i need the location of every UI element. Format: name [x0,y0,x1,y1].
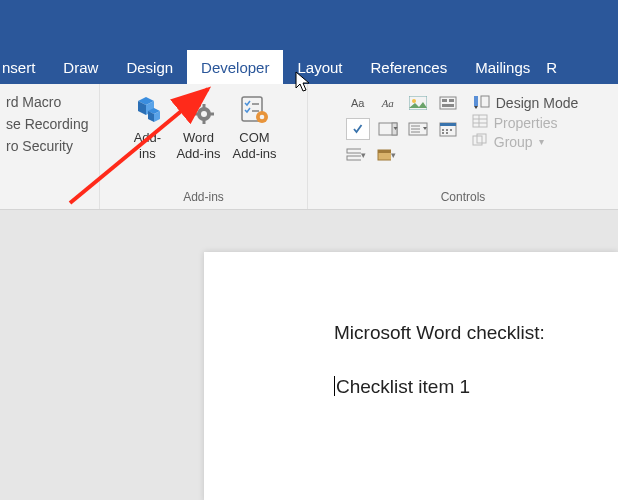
record-macro-button[interactable]: rd Macro [6,94,61,110]
pause-recording-button[interactable]: se Recording [6,116,89,132]
svg-rect-46 [378,150,391,153]
ribbon-tabs: nsert Draw Design Developer Layout Refer… [0,50,618,84]
dropdown-control[interactable] [406,118,430,140]
group-button[interactable]: Group ▾ [472,133,579,150]
svg-rect-49 [481,96,489,107]
svg-rect-13 [197,104,201,107]
rich-text-control[interactable]: Aa [346,92,370,114]
svg-rect-12 [183,104,187,107]
tab-mailings[interactable]: Mailings [461,50,544,84]
controls-gallery: Aa Aa ▾ ▾ [342,88,466,172]
properties-icon [472,114,488,131]
tab-references[interactable]: References [357,50,462,84]
svg-rect-39 [446,129,448,131]
group-icon [472,133,488,150]
svg-marker-48 [474,106,478,109]
svg-rect-44 [347,156,361,160]
com-addins-button[interactable]: COM Add-ins [227,88,283,161]
svg-point-24 [412,99,416,103]
checklist-gear-icon [239,92,271,128]
svg-rect-38 [442,129,444,131]
doc-line-2[interactable]: Checklist item 1 [334,376,570,398]
gears-icon [182,92,214,128]
tab-insert[interactable]: nsert [0,50,49,84]
tab-design[interactable]: Design [112,50,187,84]
legacy-tools-control[interactable]: ▾ [376,144,400,166]
document-area: Microsoft Word checklist: Checklist item… [0,210,618,500]
svg-rect-27 [449,99,454,102]
svg-rect-40 [450,129,452,131]
repeating-section-control[interactable]: ▾ [346,144,370,166]
svg-rect-16 [194,113,198,116]
design-mode-icon [472,93,490,112]
svg-rect-10 [191,96,194,100]
addins-icon [130,92,164,128]
plain-text-control[interactable]: Aa [376,92,400,114]
tab-layout[interactable]: Layout [283,50,356,84]
svg-rect-11 [191,110,194,114]
addins-button[interactable]: Add- ins [124,88,170,161]
svg-rect-43 [347,149,361,153]
svg-rect-14 [203,104,206,108]
svg-rect-17 [210,113,214,116]
datepicker-control[interactable] [436,118,460,140]
building-block-control[interactable] [436,92,460,114]
doc-line-1[interactable]: Microsoft Word checklist: [334,322,570,344]
svg-rect-50 [473,115,487,127]
picture-control[interactable] [406,92,430,114]
title-bar [0,0,618,50]
controls-group-label: Controls [441,190,486,207]
tab-draw[interactable]: Draw [49,50,112,84]
ribbon: rd Macro se Recording ro Security Add- i… [0,84,618,210]
word-addins-button[interactable]: Word Add-ins [170,88,226,161]
svg-point-9 [201,111,207,117]
svg-point-7 [190,103,195,108]
code-group-items: rd Macro se Recording ro Security [6,88,89,154]
design-mode-button[interactable]: Design Mode [472,93,579,112]
document-page[interactable]: Microsoft Word checklist: Checklist item… [204,252,618,500]
svg-rect-41 [442,132,444,134]
svg-rect-28 [442,104,454,107]
svg-rect-36 [440,123,456,126]
macro-security-button[interactable]: ro Security [6,138,73,154]
checkbox-control[interactable] [346,118,370,140]
properties-button[interactable]: Properties [472,114,579,131]
svg-rect-42 [446,132,448,134]
svg-rect-25 [440,97,456,109]
svg-marker-47 [474,96,478,106]
svg-rect-26 [442,99,447,102]
svg-point-22 [259,115,264,120]
tab-developer[interactable]: Developer [187,50,283,84]
svg-rect-30 [392,123,397,135]
addins-group-label: Add-ins [183,190,224,207]
tab-review[interactable]: R [544,50,571,84]
combobox-control[interactable] [376,118,400,140]
svg-rect-15 [203,120,206,124]
